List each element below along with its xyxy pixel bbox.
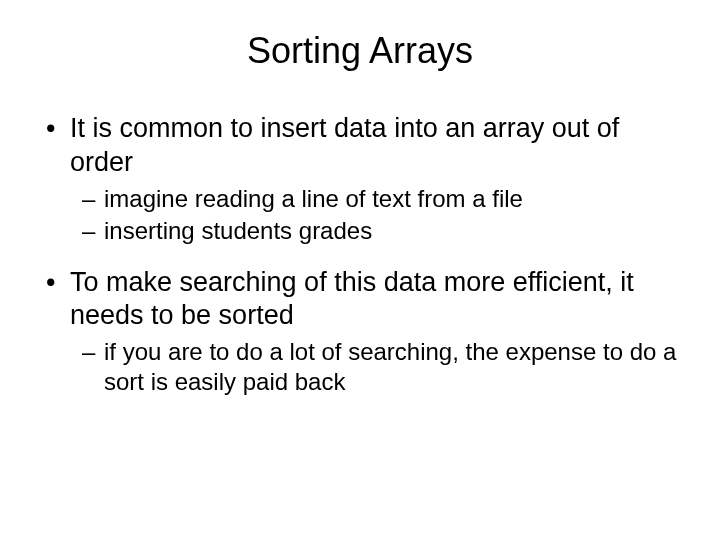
sub-bullet-text: if you are to do a lot of searching, the… bbox=[104, 337, 680, 397]
sub-bullet-text: imagine reading a line of text from a fi… bbox=[104, 184, 680, 214]
bullet-item: • It is common to insert data into an ar… bbox=[44, 112, 680, 180]
bullet-text: To make searching of this data more effi… bbox=[70, 266, 680, 334]
bullet-dash-icon: – bbox=[82, 337, 104, 367]
slide-content: • It is common to insert data into an ar… bbox=[40, 112, 680, 397]
bullet-disc-icon: • bbox=[44, 112, 70, 146]
sub-bullet-text: inserting students grades bbox=[104, 216, 680, 246]
sub-bullet-item: – if you are to do a lot of searching, t… bbox=[44, 337, 680, 397]
bullet-item: • To make searching of this data more ef… bbox=[44, 266, 680, 334]
bullet-dash-icon: – bbox=[82, 216, 104, 246]
sub-bullet-item: – inserting students grades bbox=[44, 216, 680, 246]
bullet-disc-icon: • bbox=[44, 266, 70, 300]
bullet-text: It is common to insert data into an arra… bbox=[70, 112, 680, 180]
sub-bullet-item: – imagine reading a line of text from a … bbox=[44, 184, 680, 214]
bullet-dash-icon: – bbox=[82, 184, 104, 214]
spacer bbox=[44, 248, 680, 266]
slide-title: Sorting Arrays bbox=[40, 30, 680, 72]
